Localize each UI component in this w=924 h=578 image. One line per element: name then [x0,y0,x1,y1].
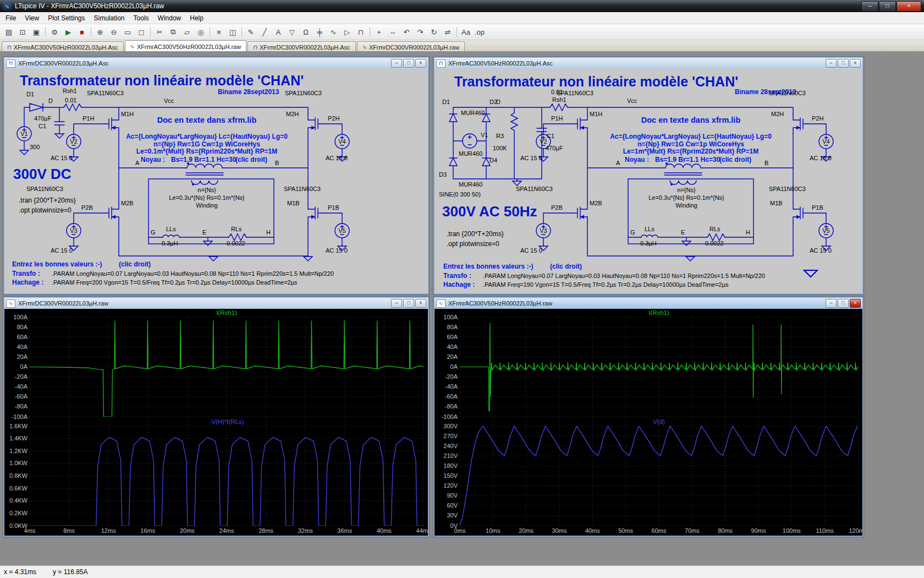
clic-droit-hint[interactable]: (clic droit) [235,156,267,163]
minimize-button[interactable]: – [826,59,837,68]
window-titlebar[interactable]: ⊓ XFrmrDC300VR00022L03µH.Asc – □ × [4,58,428,69]
run-simulation-icon[interactable]: ▶ [62,25,75,39]
capacitor-c1[interactable] [54,122,64,125]
maximize-button[interactable]: □ [838,59,849,68]
mosfet-m1b[interactable] [793,203,807,223]
minimize-button[interactable]: – [391,59,402,68]
resistor-icon[interactable]: Ω [299,25,312,39]
close-button[interactable]: × [850,299,861,308]
mosfet-m2b[interactable] [573,203,587,223]
mosfet-m1h[interactable] [573,114,587,134]
resistor-rsh1[interactable] [550,104,568,111]
tab-4[interactable]: ∿XFrmrDC300VR00022L03µH.raw [357,41,465,52]
voltage-source-v1[interactable] [463,134,477,148]
ground-icon[interactable]: ▽ [285,25,299,39]
waveform-plot-ac[interactable]: 0ms10ms20ms30ms40ms50ms60ms70ms80ms90ms1… [435,309,862,536]
close-button[interactable]: × [415,59,426,68]
app-titlebar[interactable]: ∿ LTspice IV - XFrmrAC300V50HzR00022L03µ… [0,0,924,12]
text-icon[interactable]: Aa [459,25,472,39]
dc-schematic-canvas[interactable]: Transformateur non linéaire modèle 'CHAN… [4,69,428,293]
window-titlebar[interactable]: ∿ XFrmrAC300V50HzR00022L03µH.raw – □ × [435,298,862,309]
rotate-icon[interactable]: ↻ [427,25,441,39]
window-titlebar[interactable]: ∿ XFrmrDC300VR00022L03µH.raw – □ × [4,298,428,309]
param-hachage[interactable]: .PARAM Freq=200 Vgon=15 T=0.5/Freq Tf=0.… [52,279,298,286]
opt-directive[interactable]: .opt plotwinsize=0 [447,240,499,248]
ac-schematic-canvas[interactable]: Transformateur non linéaire modèle 'CHAN… [435,69,862,293]
close-button[interactable]: × [850,59,861,68]
zoom-full-extents-icon[interactable]: ◻ [135,25,148,39]
close-button[interactable]: × [415,299,426,308]
mosfet-m2h[interactable] [793,114,807,134]
mosfet-m1b[interactable] [308,203,322,223]
menu-plot-settings[interactable]: Plot Settings [43,13,89,23]
mosfet-m2h[interactable] [308,114,322,134]
clic-droit-hint[interactable]: (clic droit) [719,156,751,163]
undo-icon[interactable]: ↶ [400,25,413,39]
transformer-primary[interactable] [187,164,222,168]
halt-simulation-icon[interactable]: ■ [75,25,89,39]
menu-simulation[interactable]: Simulation [90,13,129,23]
clic-droit-hint[interactable]: (clic droit) [119,260,151,268]
tab-2[interactable]: ∿XFrmrAC300V50HzR00022L03µH.raw [125,40,247,52]
trace-label[interactable]: I(Rsh1) [216,309,237,316]
window-titlebar[interactable]: ⊓ XFrmrAC300V50HzR00022L03µH.Asc – □ × [435,58,862,69]
paste-icon[interactable]: ▱ [180,25,194,39]
tran-directive[interactable]: .tran {200*T+20ms} [19,197,76,204]
inductor-lls[interactable] [163,235,179,237]
cut-icon[interactable]: ✂ [153,25,166,39]
diode-d1[interactable] [30,103,45,111]
capacitor-icon[interactable]: ╪ [313,25,326,39]
print-icon[interactable]: ≡ [212,25,226,39]
clic-droit-hint[interactable]: (clic droit) [550,263,582,270]
maximize-button[interactable]: □ [403,59,414,68]
diode-d4[interactable] [482,152,490,171]
minimize-button[interactable]: – [826,299,837,308]
mosfet-m2b[interactable] [105,203,119,223]
new-schematic-icon[interactable]: ▤ [2,25,15,39]
save-icon[interactable]: ▣ [30,25,43,39]
redo-icon[interactable]: ↷ [414,25,427,39]
menu-view[interactable]: View [20,13,43,23]
print-preview-icon[interactable]: ◫ [226,25,239,39]
find-icon[interactable]: ◎ [194,25,207,39]
app-minimize-button[interactable]: – [861,1,878,12]
resistor-r3[interactable] [511,113,518,130]
app-close-button[interactable]: × [897,1,921,12]
capacitor-c1[interactable] [537,128,547,132]
trace-label[interactable]: V(d) [653,418,665,425]
copy-icon[interactable]: ⧉ [167,25,180,39]
diode-d1[interactable] [449,108,457,127]
menu-window[interactable]: Window [153,13,186,23]
drag-icon[interactable]: ⇔ [386,25,399,39]
param-hachage[interactable]: .PARAM Freq=190 Vgon=15 T=0.5/Freq Tf=0.… [483,281,729,288]
app-maximize-button[interactable]: □ [879,1,896,12]
mirror-icon[interactable]: ⇌ [441,25,454,39]
resistor-rsh1[interactable] [64,104,81,111]
ac-waveform-viewer[interactable]: 0ms10ms20ms30ms40ms50ms60ms70ms80ms90ms1… [435,309,862,536]
param-transfo[interactable]: .PARAM LongNoyau=0.07 LargNoyau=0.03 Hau… [483,272,765,279]
transformer-secondary[interactable] [191,181,218,184]
plot-area[interactable] [435,309,862,536]
menu-help[interactable]: Help [185,13,208,23]
open-file-icon[interactable]: ⊡ [16,25,29,39]
mosfet-m1h[interactable] [105,114,119,134]
maximize-button[interactable]: □ [838,299,849,308]
zoom-in-icon[interactable]: ⊕ [94,25,107,39]
control-panel-icon[interactable]: ⚙ [48,25,61,39]
transformer-primary[interactable] [666,164,701,168]
inductor-icon[interactable]: ∿ [327,25,340,39]
transformer-secondary[interactable] [670,181,696,184]
tab-3[interactable]: ⊓XFrmrDC300VR00022L03µH.Asc [248,41,356,52]
tab-1[interactable]: ⊓XFrmrAC300V50HzR00022L03µH.Asc [2,41,124,52]
maximize-button[interactable]: □ [403,299,414,308]
menu-file[interactable]: File [1,13,20,23]
zoom-out-icon[interactable]: ⊖ [107,25,120,39]
opt-directive[interactable]: .opt plotwinsize=0 [19,206,72,214]
tran-directive[interactable]: .tran {200*T+20ms} [447,230,504,238]
inductor-lls[interactable] [641,235,658,237]
move-icon[interactable]: + [372,25,386,39]
draw-wire-icon[interactable]: ╱ [258,25,271,39]
param-transfo[interactable]: .PARAM LongNoyau=0.07 LargNoyau=0.03 Hau… [52,270,334,277]
edit-pencil-icon[interactable]: ✎ [244,25,257,39]
trace-label[interactable]: -V(H)*I(RLs) [209,418,244,425]
